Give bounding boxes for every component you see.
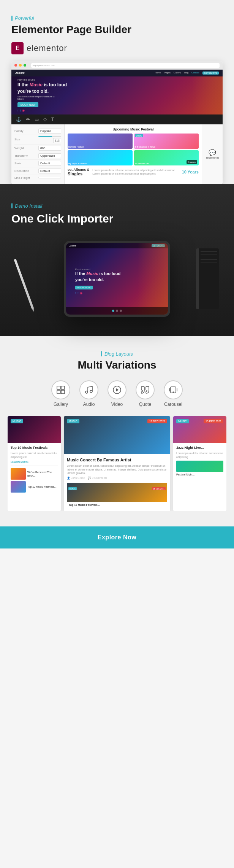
toolbar-text-icon[interactable]: T: [51, 117, 54, 122]
spiral-ring-3: [196, 264, 198, 267]
notebook-line-3: [201, 257, 217, 257]
content-card-1: Bartreko Festival: [68, 134, 133, 149]
singles-text-block: est Albums & Singles: [68, 168, 89, 176]
blog-sub-tag: MUSIC: [68, 484, 77, 491]
panel-label-size: Size: [14, 138, 21, 141]
elementor-toolbar: ⚓ ✏ ▭ ◇ T: [11, 114, 223, 124]
tablet-hero-bg: [138, 243, 168, 315]
spiral-ring-1: [196, 252, 198, 255]
sub-card-img-1: [11, 468, 26, 480]
notebook-lines: [199, 248, 219, 268]
quote-label: Quote: [139, 402, 152, 407]
blog-type-gallery[interactable]: Gallery: [51, 380, 70, 407]
blog-sub-date: 15 DEC 2021: [152, 484, 166, 491]
toolbar-rect-icon[interactable]: ▭: [35, 117, 39, 122]
blog-card-body-1: Top 10 Music Festivals Lorem ipsum dolor…: [8, 443, 61, 496]
blog-preview: MUSIC Top 10 Music Festivals Lorem ipsum…: [8, 416, 226, 512]
spiral-ring-6: [196, 283, 198, 286]
spiral-ring-4: [196, 270, 198, 273]
nav-link: Home: [155, 72, 161, 75]
singles-lorem-2: Lorem ipsum dolor sit amet consectetur a…: [92, 172, 179, 175]
panel-row-size: Size 113: [14, 135, 61, 145]
elementor-section: Powerful Elementor Page Builder E elemen…: [0, 0, 234, 184]
blog-types: Gallery Audio Video: [8, 380, 226, 407]
notebook-line-6: [201, 265, 217, 265]
blog-comments: 💬 0 Comments: [88, 477, 107, 480]
toolbar-anchor-icon[interactable]: ⚓: [16, 117, 22, 122]
notebook-line-2: [201, 254, 217, 254]
card-title-3: my Taylor in Concert: [68, 162, 132, 165]
blog-sub-tag-label: MUSIC: [68, 487, 77, 490]
blog-type-video[interactable]: Video: [108, 380, 126, 407]
card-img-2: MUSIC B-B King Live in Tokyo: [134, 134, 199, 149]
sub-card-2: Top 10 Music Festivals...: [11, 481, 58, 493]
card-img-1: Bartreko Festival: [68, 134, 133, 149]
blog-card-left: MUSIC Top 10 Music Festivals Lorem ipsum…: [8, 416, 61, 512]
sub-card-text-2: Top 10 Music Festivals...: [27, 485, 57, 488]
cta-section: Explore Now: [0, 526, 234, 548]
card-tag-label-2: MUSIC: [135, 134, 143, 137]
panel-row-lineheight: Line-Height: [14, 175, 61, 181]
nav-cta: GET QUOTE: [202, 72, 219, 75]
nav-link: Contact: [191, 72, 199, 75]
blog-card-title-right: Jazz Night Live...: [176, 446, 223, 450]
panel-value-lineheight: [38, 177, 61, 178]
svg-rect-2: [57, 390, 60, 394]
blog-card-excerpt-center: Lorem ipsum dolor sit amet, consectetur …: [67, 464, 167, 475]
twitter-icon: t: [20, 109, 21, 112]
panel-label-lineheight: Line-Height: [14, 176, 30, 180]
tablet-btn[interactable]: BOOK NOW: [75, 286, 93, 289]
notebook-line-5: [201, 262, 217, 262]
blog-type-carousel[interactable]: Carousel: [164, 380, 183, 407]
singles-lorem: Lorem ipsum dolor sit amet consectetur a…: [92, 169, 179, 172]
section3-title: Multi Variations: [8, 359, 226, 371]
site-nav: Jassio Home Pages Gallery Blog Contact G…: [11, 70, 223, 76]
section1-title: Elementor Page Builder: [11, 23, 223, 36]
sub-card-1: We've Received The Bock...: [11, 468, 58, 480]
blog-card-link-1[interactable]: LEARN MORE: [11, 461, 58, 463]
svg-rect-1: [61, 386, 65, 389]
carousel-label: Carousel: [164, 402, 182, 407]
browser-bar: http://yourdomain.com: [11, 61, 223, 70]
blog-section: Blog Layouts Multi Variations Gallery: [0, 336, 234, 527]
notebook-line-4: [201, 259, 217, 260]
social-icons: f t ◉: [17, 109, 217, 112]
tablet-social: f t ◉: [75, 291, 120, 295]
blog-tag-1: MUSIC: [11, 419, 23, 423]
blog-card-img-center: MUSIC 13 DEC 2021: [64, 416, 170, 454]
elementor-logo-text: elementor: [27, 43, 67, 53]
panel-row-style: Style Default: [14, 160, 61, 167]
blog-sub-date-label: 15 DEC 2021: [152, 487, 166, 490]
facebook-icon: f: [17, 109, 18, 112]
spiral-ring-5: [196, 277, 198, 280]
video-icon: [108, 380, 126, 399]
singles-sub: Singles: [68, 172, 89, 176]
hero-btn[interactable]: BOOK NOW: [17, 102, 38, 107]
panel-value-weight: 800: [38, 146, 61, 151]
panel-value-decoration: Default: [38, 169, 61, 173]
section3-tag: Blog Layouts: [8, 351, 226, 357]
blog-card-meta-center: 👤 John Grace 💬 0 Comments: [67, 477, 167, 480]
toolbar-pencil-icon[interactable]: ✏: [26, 117, 30, 122]
blog-sub-img: MUSIC 15 DEC 2021 Top 10 Music Festivals…: [67, 483, 167, 508]
spiral-ring-7: [196, 289, 198, 292]
content-section-title: Upcoming Music Festival: [68, 127, 199, 131]
panel-label-weight: Weight: [14, 146, 24, 150]
blog-type-quote[interactable]: Quote: [136, 380, 155, 407]
elementor-logo-icon: E: [11, 42, 24, 54]
card-overlay-2: B-B King Live in Tokyo: [135, 146, 198, 148]
content-card-4: Art Stations Gu... Images: [134, 150, 199, 165]
video-label: Video: [111, 402, 123, 407]
carousel-icon: [164, 380, 183, 399]
cta-link[interactable]: Explore Now: [98, 534, 136, 541]
mockup-container: A 🎨 ✎ ⚙ http://yourdomain.com Jassio Hom…: [11, 61, 223, 184]
size-slider[interactable]: [38, 136, 61, 137]
instagram-icon: ◉: [22, 109, 25, 112]
testimonial-badge: 💬 Testimonial: [202, 124, 223, 184]
blog-type-audio[interactable]: Audio: [79, 380, 98, 407]
toolbar-drop-icon[interactable]: ◇: [43, 117, 47, 122]
notebook-spirals: [196, 252, 198, 292]
panel-row-transform: Transform Uppercase: [14, 152, 61, 160]
blog-card-body-center: Music Concert By Famous Artist Lorem ips…: [64, 454, 170, 512]
elementor-logo: E elementor: [11, 42, 223, 54]
